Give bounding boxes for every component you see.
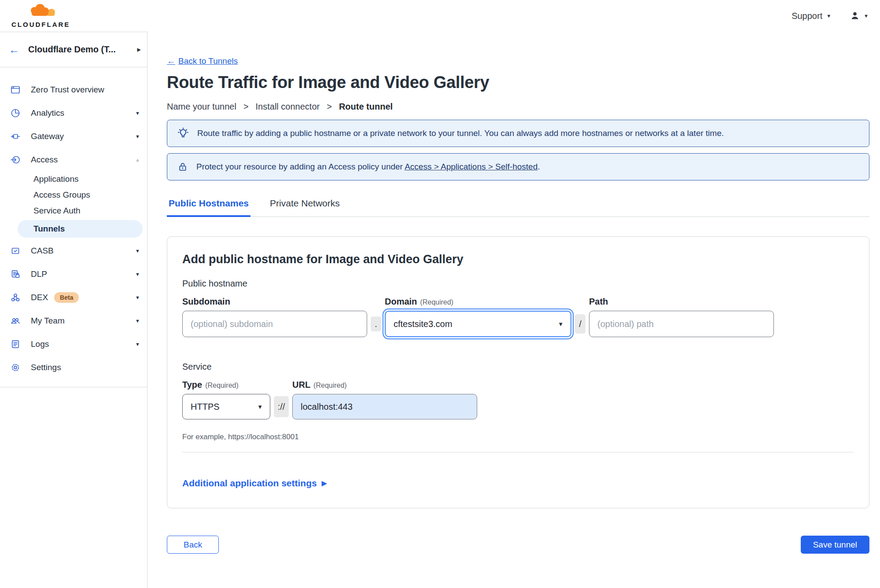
additional-application-settings-toggle[interactable]: Additional application settings ▶ [182, 478, 327, 489]
dot-separator: . [371, 316, 381, 331]
sidebar-item-label: DEX [31, 293, 48, 302]
subdomain-label: Subdomain [182, 297, 367, 307]
sidebar-nav: Zero Trust overview Analytics ▼ Gateway … [0, 67, 147, 387]
sidebar-item-label: Service Auth [33, 206, 81, 216]
public-hostname-section-label: Public hostname [182, 279, 854, 289]
sidebar-item-logs[interactable]: Logs ▼ [0, 332, 147, 356]
card-heading: Add public hostname for Image and Video … [182, 253, 854, 266]
slash-separator: / [575, 314, 585, 334]
sidebar-item-label: Access Groups [33, 190, 90, 200]
domain-select[interactable]: cftestsite3.com ▼ [385, 311, 571, 337]
service-section-label: Service [182, 362, 854, 372]
beta-badge: Beta [54, 292, 79, 303]
banner-text: Protect your resource by adding an Acces… [196, 162, 540, 172]
chevron-down-icon: ▼ [135, 318, 140, 323]
sidebar-item-analytics[interactable]: Analytics ▼ [0, 101, 147, 125]
scheme-separator: :// [274, 396, 289, 417]
chevron-down-icon: ▼ [826, 14, 831, 18]
service-type-value: HTTPS [191, 402, 220, 412]
hostname-label-row: Subdomain Domain(Required) Path [182, 297, 854, 307]
chevron-up-icon: ▲ [135, 157, 140, 162]
triangle-right-icon: ▶ [322, 479, 327, 487]
chevron-down-icon: ▼ [135, 134, 140, 139]
sidebar-item-label: CASB [31, 246, 54, 256]
tab-private-networks[interactable]: Private Networks [268, 198, 342, 217]
service-label-row: Type(Required) URL(Required) [182, 380, 854, 390]
wizard-steps: Name your tunnel > Install connector > R… [167, 102, 869, 112]
subdomain-input[interactable] [182, 311, 367, 337]
sidebar-item-gateway[interactable]: Gateway ▼ [0, 125, 147, 148]
step-separator: > [327, 102, 332, 112]
url-label: URL(Required) [292, 380, 477, 390]
sidebar-item-service-auth[interactable]: Service Auth [0, 203, 147, 219]
hostname-field-row: . cftestsite3.com ▼ / [182, 311, 854, 337]
sidebar-item-label: Analytics [31, 108, 64, 118]
document-lock-icon [10, 268, 21, 280]
account-switcher[interactable]: ← Cloudflare Demo (T... ▸ [0, 32, 147, 67]
url-example-text: For example, https://localhost:8001 [182, 433, 854, 441]
back-button[interactable]: Back [167, 536, 219, 554]
sidebar-item-label: Settings [31, 363, 61, 372]
info-banner-access-policy: Protect your resource by adding an Acces… [167, 153, 869, 180]
chevron-down-icon: ▼ [135, 110, 140, 116]
back-arrow-icon: ← [167, 56, 175, 66]
path-input[interactable] [589, 311, 774, 337]
chevron-right-icon[interactable]: ▸ [137, 45, 141, 54]
cloudflare-cloud-icon [17, 4, 65, 21]
chevron-down-icon: ▼ [257, 404, 263, 410]
top-bar-right: Support ▼ ▼ [792, 11, 869, 21]
access-icon [10, 154, 21, 165]
chevron-down-icon: ▼ [135, 248, 140, 254]
casb-icon [10, 245, 21, 257]
chevron-down-icon: ▼ [558, 321, 563, 327]
domain-label: Domain(Required) [385, 297, 571, 307]
sidebar-item-label: DLP [31, 269, 47, 279]
sidebar-item-casb[interactable]: CASB ▼ [0, 239, 147, 262]
back-arrow-icon[interactable]: ← [9, 44, 19, 56]
domain-required-hint: (Required) [420, 298, 453, 306]
pie-chart-icon [10, 107, 21, 119]
sidebar-item-my-team[interactable]: My Team ▼ [0, 309, 147, 332]
sidebar-item-label: Gateway [31, 132, 64, 141]
info-banner-route-traffic: Route traffic by adding a public hostnam… [167, 120, 869, 147]
sidebar-item-applications[interactable]: Applications [0, 171, 147, 187]
sidebar-item-label: Zero Trust overview [31, 85, 104, 95]
step-install-connector[interactable]: Install connector [256, 102, 320, 112]
user-menu[interactable]: ▼ [850, 11, 869, 21]
domain-label-text: Domain [385, 297, 417, 306]
sidebar-item-dex[interactable]: DEX Beta ▼ [0, 286, 147, 309]
top-bar: CLOUDFLARE Support ▼ ▼ [0, 0, 880, 32]
type-required-hint: (Required) [205, 382, 239, 389]
sidebar-item-dlp[interactable]: DLP ▼ [0, 262, 147, 286]
step-separator: > [243, 102, 249, 112]
sidebar-item-settings[interactable]: Settings [0, 356, 147, 379]
sidebar-item-tunnels[interactable]: Tunnels [18, 220, 143, 238]
service-field-row: HTTPS ▼ :// [182, 394, 854, 419]
service-url-input[interactable] [292, 394, 477, 419]
footer-actions: Back Save tunnel [167, 536, 869, 554]
back-to-tunnels-link[interactable]: ← Back to Tunnels [167, 56, 238, 66]
cloudflare-logo[interactable]: CLOUDFLARE [11, 4, 70, 28]
access-applications-self-hosted-link[interactable]: Access > Applications > Self-hosted [405, 162, 538, 171]
sidebar-item-label: Tunnels [33, 224, 65, 234]
lightbulb-icon [177, 127, 189, 140]
chevron-down-icon: ▼ [135, 295, 140, 300]
banner-text: Route traffic by adding a public hostnam… [197, 129, 724, 138]
back-link-label: Back to Tunnels [178, 56, 238, 66]
tab-public-hostnames[interactable]: Public Hostnames [167, 198, 250, 217]
sidebar-item-zero-trust-overview[interactable]: Zero Trust overview [0, 78, 147, 101]
save-tunnel-button[interactable]: Save tunnel [801, 536, 869, 554]
sidebar-item-label: Logs [31, 339, 49, 349]
step-name-your-tunnel[interactable]: Name your tunnel [167, 102, 236, 112]
chevron-down-icon: ▼ [864, 14, 869, 18]
url-label-text: URL [292, 380, 310, 390]
tab-bar: Public Hostnames Private Networks [167, 198, 869, 217]
service-type-select[interactable]: HTTPS ▼ [182, 394, 270, 419]
url-required-hint: (Required) [313, 382, 347, 389]
sidebar-item-access[interactable]: Access ▲ [0, 148, 147, 171]
sidebar-item-access-groups[interactable]: Access Groups [0, 187, 147, 203]
gear-icon [10, 362, 21, 373]
step-route-tunnel: Route tunnel [339, 102, 393, 112]
type-label: Type(Required) [182, 380, 270, 390]
support-menu[interactable]: Support ▼ [792, 11, 831, 21]
